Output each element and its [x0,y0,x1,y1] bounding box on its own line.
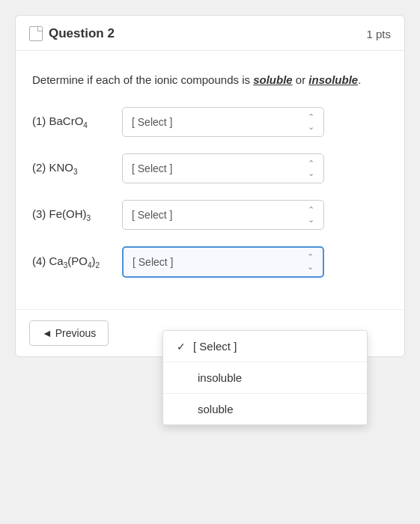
doc-icon [29,26,43,41]
insoluble-word: insoluble [308,73,358,86]
prev-label: ◄ Previous [42,327,96,339]
dropdown-label-select: [ Select ] [193,340,237,353]
dropdown-menu: ✓ [ Select ] insoluble soluble [162,330,368,425]
header-left: Question 2 [29,26,115,41]
select-text-1: [ Select ] [132,116,172,128]
question-row-1: (1) BaCrO4 [ Select ] [32,107,388,137]
select-box-2[interactable]: [ Select ] [122,153,324,183]
instruction-after: . [358,73,361,86]
dropdown-item-select[interactable]: ✓ [ Select ] [163,331,367,362]
dropdown-label-soluble: soluble [198,403,234,415]
chevron-icon-1 [308,113,314,131]
card-body: Determine if each of the ionic compounds… [16,51,404,309]
pts-label: 1 pts [366,28,391,40]
instruction-between: or [293,73,309,86]
chevron-icon-3 [308,206,314,224]
compound-label-2: (2) KNO3 [32,161,115,176]
question-row-2: (2) KNO3 [ Select ] [32,153,388,183]
instruction-before: Determine if each of the ionic compounds… [32,73,253,86]
dropdown-item-insoluble[interactable]: insoluble [163,362,367,393]
previous-button[interactable]: ◄ Previous [29,320,109,346]
question-row-4: (4) Ca3(PO4)2 [ Select ] [32,246,388,278]
select-text-4: [ Select ] [133,256,173,268]
chevron-icon-4 [307,253,314,271]
question-row-3: (3) Fe(OH)3 [ Select ] [32,200,388,230]
check-icon: ✓ [177,341,186,353]
dropdown-label-insoluble: insoluble [198,371,242,384]
select-box-4[interactable]: [ Select ] [122,246,324,278]
select-box-1[interactable]: [ Select ] [122,107,324,137]
question-card: Question 2 1 pts Determine if each of th… [15,15,405,357]
compound-label-1: (1) BaCrO4 [32,115,115,130]
card-header: Question 2 1 pts [16,16,404,51]
select-text-3: [ Select ] [132,209,172,221]
chevron-icon-2 [308,159,314,177]
select-box-3[interactable]: [ Select ] [122,200,324,230]
compound-label-3: (3) Fe(OH)3 [32,207,115,222]
soluble-word: soluble [253,73,293,86]
instruction-text: Determine if each of the ionic compounds… [32,72,388,89]
question-title: Question 2 [49,26,115,41]
compound-label-4: (4) Ca3(PO4)2 [32,255,115,269]
dropdown-item-soluble[interactable]: soluble [163,394,367,424]
select-text-2: [ Select ] [132,162,172,174]
